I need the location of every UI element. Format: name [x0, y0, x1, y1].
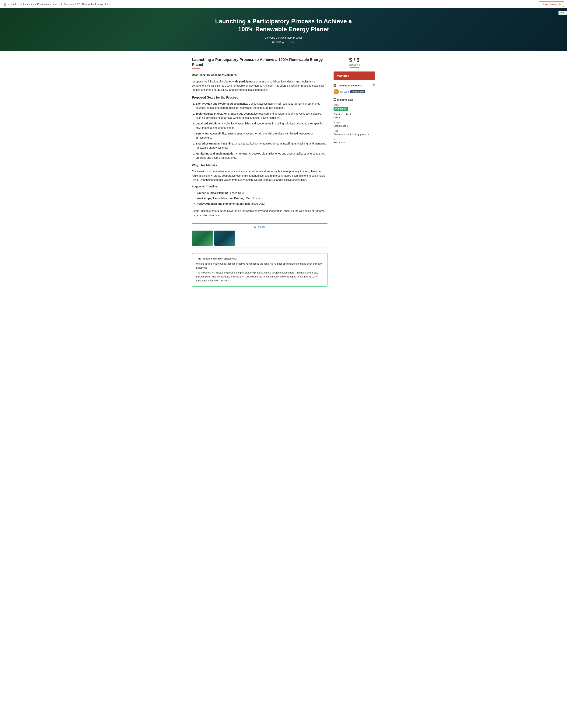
answered-line1: We are thrilled to announce that this in…	[196, 262, 323, 270]
answered-line2: The next step will involve organizing th…	[196, 271, 323, 283]
thumbnail-1[interactable]	[192, 231, 213, 246]
home-icon[interactable]: 🏠	[3, 2, 7, 6]
list-item: Technological Innovations: Encourage coo…	[196, 112, 327, 120]
initiative-data-icon	[334, 98, 336, 101]
bell-icon: 🔔	[558, 3, 561, 5]
signature-count: 5 / 5	[334, 57, 375, 63]
scope-row: Scope Global scope	[334, 121, 375, 127]
signature-collection-row: Signature collection Online	[334, 113, 375, 119]
dropdown-icon[interactable]: ▼	[112, 3, 114, 5]
svg-rect-6	[334, 100, 335, 101]
copy-icon[interactable]: ⧉	[373, 84, 375, 87]
list-item: Monitoring and Implementation Framework:…	[196, 152, 327, 160]
committee-label: Committee members	[338, 84, 362, 87]
meetings-button[interactable]: Meetings →	[334, 71, 375, 80]
hero-dates: 📅 29 Sep → 19 Dec	[272, 41, 295, 44]
type-value: Convene a participatory process	[334, 133, 375, 136]
why-text: The transition to renewable energy is no…	[192, 169, 327, 182]
initiative-data-title: Initiative data	[334, 98, 375, 101]
svg-rect-0	[334, 84, 335, 85]
state-label: State	[334, 104, 375, 106]
stop-following-button[interactable]: Stop following 🔔	[539, 1, 564, 7]
svg-rect-7	[335, 100, 336, 101]
timeline-heading: Suggested Timeline:	[192, 184, 327, 189]
answered-title: This initiative has been answered.:	[196, 257, 323, 261]
area-value: Resources	[334, 141, 375, 144]
list-item: Launch & Initial Planning: [Insert Date]	[194, 191, 327, 195]
content-area: Launching a Participatory Process to Ach…	[192, 57, 327, 287]
svg-rect-5	[335, 98, 336, 99]
images-label: 🖼 Images	[192, 225, 327, 228]
breadcrumb-current-page: Launching a Participatory Process to Ach…	[23, 3, 111, 5]
top-navigation: 🏠 › Initiatives / Launching a Participat…	[0, 0, 567, 8]
svg-rect-3	[335, 85, 336, 87]
goals-heading: Proposed Goals for the Process	[192, 96, 327, 99]
list-item: Equity and Accessibility: Ensure energy …	[196, 131, 327, 140]
goals-list: Energy Audit and Regional Assessments: C…	[192, 102, 327, 160]
sidebar: 5 / 5 Signatures Meetings → Committee me…	[334, 57, 375, 287]
hero-subtitle: Convene a participatory process	[264, 36, 303, 39]
signatures-box: 5 / 5 Signatures	[334, 57, 375, 68]
arrow-right-icon: →	[369, 74, 372, 77]
list-item: Shared Learning and Training: Organize w…	[196, 141, 327, 150]
content-main-title: Launching a Participatory Process to Ach…	[192, 57, 327, 67]
scope-value: Global scope	[334, 124, 375, 127]
svg-rect-1	[335, 84, 336, 85]
sig-collection-value: Online	[334, 116, 375, 119]
answered-box: This initiative has been answered.: We a…	[192, 253, 327, 287]
images-section: 🖼 Images	[192, 223, 327, 248]
meetings-label: Meetings	[337, 74, 349, 77]
signatures-label: Signatures	[334, 64, 375, 66]
greeting-text: Dear Planetary Assembly Members,	[192, 73, 237, 76]
list-item: Policy Adoption and Implementation Plan:…	[194, 202, 327, 206]
list-item: Energy Audit and Regional Assessments: C…	[196, 102, 327, 110]
committee-members-section: Committee members ⧉ S Shevek Administrat…	[334, 84, 375, 94]
hero-title: Launching a Participatory Process to Ach…	[208, 17, 359, 33]
breadcrumb: 🏠 › Initiatives / Launching a Participat…	[3, 2, 114, 6]
initiative-data-section: Initiative data State Published Signatur…	[334, 98, 375, 144]
committee-grid-icon	[334, 84, 336, 87]
timeline-list: Launch & Initial Planning: [Insert Date]…	[192, 191, 327, 206]
stop-following-label: Stop following	[542, 3, 557, 5]
svg-rect-4	[334, 98, 335, 99]
scope-label: Scope	[334, 121, 375, 124]
avatar: S	[334, 89, 339, 94]
signatures-underline	[350, 67, 359, 68]
calendar-icon: 📅	[272, 41, 275, 44]
list-item: Localized Solutions: Involve local assem…	[196, 121, 327, 130]
type-row: Type Convene a participatory process	[334, 130, 375, 136]
thumbnail-2[interactable]	[214, 231, 235, 246]
area-label: Area	[334, 138, 375, 141]
area-row: Area Resources	[334, 138, 375, 144]
type-label: Type	[334, 130, 375, 132]
committee-member-row: S Shevek Administrator	[334, 89, 375, 94]
main-layout: Launching a Participatory Process to Ach…	[189, 51, 378, 293]
state-row: State Published	[334, 104, 375, 111]
why-heading: Why This Matters	[192, 164, 327, 167]
closing-text: Let us unite to create a future powered …	[192, 209, 327, 217]
bold-planet-wide: planet-wide participatory process	[224, 80, 266, 83]
state-badge: Published	[334, 107, 348, 111]
image-thumbnails	[192, 231, 327, 246]
svg-rect-2	[334, 85, 335, 87]
images-icon: 🖼	[254, 225, 256, 228]
member-role: Administrator	[350, 90, 365, 93]
hero-section: Launching a Participatory Process to Ach…	[0, 8, 567, 51]
intro-paragraph: I propose the initiation of a planet-wid…	[192, 79, 327, 92]
breadcrumb-initiatives-link[interactable]: Initiatives	[10, 3, 20, 5]
member-name[interactable]: Shevek	[340, 90, 349, 93]
title-underline	[192, 68, 200, 69]
help-badge[interactable]: Help	[558, 11, 567, 15]
sig-collection-label: Signature collection	[334, 113, 375, 116]
committee-header: Committee members ⧉	[334, 84, 375, 87]
list-item: Workshops, Assemblies, and Drafting: Ove…	[194, 196, 327, 200]
